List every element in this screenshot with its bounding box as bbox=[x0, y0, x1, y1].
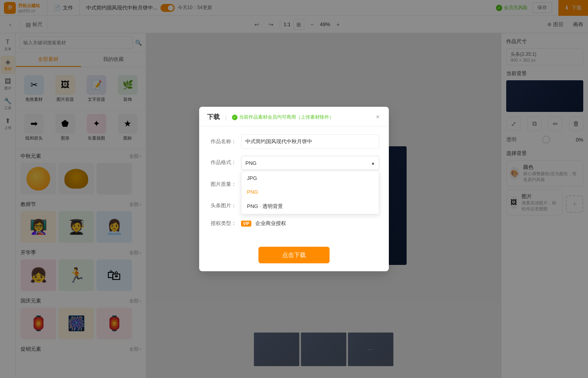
modal-subtitle: ✓ 当前作品素材会员均可商用（上传素材除外） bbox=[232, 114, 334, 121]
modal-overlay: 下载 | ✓ 当前作品素材会员均可商用（上传素材除外） × 作品名称： 作品格式… bbox=[0, 0, 588, 378]
modal-close-button[interactable]: × bbox=[373, 112, 383, 122]
modal-body: 作品名称： 作品格式： PNG ▲ JPG PNG PNG · 透明背景 bbox=[199, 127, 389, 242]
work-name-label: 作品名称： bbox=[209, 138, 236, 145]
dropdown-arrow-icon: ▲ bbox=[371, 161, 375, 165]
auth-text: 企业商业授权 bbox=[255, 220, 286, 227]
modal-check-icon: ✓ bbox=[232, 115, 237, 120]
format-png-transparent[interactable]: PNG · 透明背景 bbox=[241, 199, 379, 214]
download-modal: 下载 | ✓ 当前作品素材会员均可商用（上传素材除外） × 作品名称： 作品格式… bbox=[199, 107, 389, 271]
auth-row: 授权类型： VIP 企业商业授权 bbox=[209, 220, 379, 227]
auth-label: 授权类型： bbox=[209, 220, 236, 227]
modal-title: 下载 bbox=[207, 113, 220, 121]
format-select[interactable]: PNG ▲ bbox=[241, 156, 379, 170]
headline-label: 头条图片： bbox=[209, 202, 236, 209]
download-confirm-button[interactable]: 点击下载 bbox=[258, 247, 330, 263]
format-select-wrapper: PNG ▲ JPG PNG PNG · 透明背景 bbox=[241, 156, 379, 170]
auth-value-row: VIP 企业商业授权 bbox=[241, 220, 286, 227]
modal-footer: 点击下载 bbox=[199, 242, 389, 271]
format-label: 作品格式： bbox=[209, 156, 236, 166]
work-name-input[interactable] bbox=[241, 134, 379, 149]
format-row: 作品格式： PNG ▲ JPG PNG PNG · 透明背景 bbox=[209, 156, 379, 170]
format-jpg[interactable]: JPG bbox=[241, 171, 379, 185]
modal-header: 下载 | ✓ 当前作品素材会员均可商用（上传素材除外） × bbox=[199, 107, 389, 127]
format-png[interactable]: PNG bbox=[241, 185, 379, 199]
work-name-row: 作品名称： bbox=[209, 134, 379, 149]
format-dropdown: JPG PNG PNG · 透明背景 bbox=[241, 171, 379, 214]
vip-tag: VIP bbox=[241, 221, 251, 227]
quality-label: 图片质量： bbox=[209, 181, 236, 188]
